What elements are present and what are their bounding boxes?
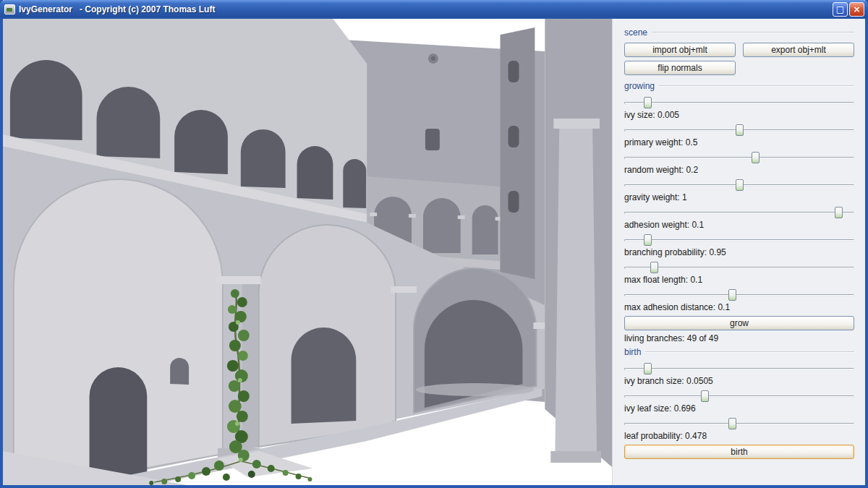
- param-gravity-weight: gravity weight: 1: [624, 179, 854, 203]
- export-obj-button[interactable]: export obj+mlt: [743, 43, 854, 57]
- control-panel: scene import obj+mlt export obj+mlt flip…: [612, 19, 865, 485]
- group-divider-line: [645, 351, 854, 353]
- right-wall: [545, 19, 612, 467]
- close-button[interactable]: ×: [849, 2, 864, 17]
- adhesion-weight-slider[interactable]: [624, 206, 854, 218]
- birth-group-label: birth: [624, 347, 641, 357]
- slider-handle[interactable]: [835, 207, 843, 218]
- slider-track: [624, 157, 854, 159]
- app-icon: [4, 4, 15, 14]
- max-float-length-slider[interactable]: [624, 261, 854, 273]
- tower-wall: [501, 27, 535, 279]
- gravity-weight-label: gravity weight: 1: [624, 192, 854, 203]
- param-ivy-size: ivy size: 0.005: [624, 96, 854, 121]
- spacer: [743, 61, 854, 75]
- living-branches-status: living branches: 49 of 49: [624, 333, 854, 344]
- slider-handle[interactable]: [728, 418, 736, 429]
- slider-track: [624, 267, 854, 269]
- param-primary-weight: primary weight: 0.5: [624, 124, 854, 148]
- group-divider-line: [659, 85, 854, 87]
- ivy-leaf-size-label: ivy leaf size: 0.696: [624, 403, 854, 414]
- param-max-float-length: max float length: 0.1: [624, 261, 854, 286]
- slider-track: [624, 395, 854, 398]
- ivy-branch-size-label: ivy branch size: 0.0505: [624, 376, 854, 387]
- viewport-3d[interactable]: [3, 19, 612, 485]
- scene-group-label: scene: [624, 27, 647, 38]
- param-adhesion-weight: adhesion weight: 0.1: [624, 206, 854, 231]
- param-ivy-leaf-size: ivy leaf size: 0.696: [624, 390, 854, 414]
- birth-group-header: birth: [624, 347, 854, 357]
- birth-group: birth ivy branch size: 0.0505 ivy l: [624, 347, 854, 459]
- scene-group-header: scene: [624, 27, 854, 38]
- grow-button[interactable]: grow: [624, 316, 854, 330]
- max-float-length-label: max float length: 0.1: [624, 275, 854, 286]
- slider-handle[interactable]: [736, 179, 744, 191]
- slider-track: [624, 368, 854, 370]
- growing-group: growing ivy size: 0.005 primary wei: [624, 81, 854, 344]
- slider-track: [624, 102, 854, 104]
- slider-track: [624, 212, 854, 214]
- slider-track: [624, 294, 854, 296]
- param-max-adhesion-distance: max adhesion distance: 0.1: [624, 288, 854, 313]
- max-adhesion-distance-slider[interactable]: [624, 288, 854, 301]
- param-ivy-branch-size: ivy branch size: 0.0505: [624, 362, 854, 387]
- gravity-weight-slider[interactable]: [624, 179, 854, 191]
- window-title: IvyGenerator - Copyright (c) 2007 Thomas…: [19, 4, 833, 14]
- growing-group-label: growing: [624, 81, 655, 91]
- slider-handle[interactable]: [644, 97, 652, 108]
- slider-handle[interactable]: [644, 363, 652, 374]
- slider-handle[interactable]: [701, 390, 709, 402]
- branching-probability-label: branching probability: 0.95: [624, 247, 854, 258]
- ivy-size-label: ivy size: 0.005: [624, 110, 854, 121]
- group-divider-line: [652, 32, 854, 33]
- max-adhesion-distance-label: max adhesion distance: 0.1: [624, 302, 854, 313]
- app-window: IvyGenerator - Copyright (c) 2007 Thomas…: [0, 0, 868, 488]
- random-weight-label: random weight: 0.2: [624, 165, 854, 176]
- scene-group: scene import obj+mlt export obj+mlt flip…: [624, 27, 854, 75]
- random-weight-slider[interactable]: [624, 151, 854, 163]
- leaf-probability-label: leaf probability: 0.478: [624, 431, 854, 442]
- ivy-size-slider[interactable]: [624, 96, 854, 108]
- param-random-weight: random weight: 0.2: [624, 151, 854, 176]
- maximize-button[interactable]: □: [833, 2, 848, 17]
- slider-track: [624, 423, 854, 425]
- primary-weight-label: primary weight: 0.5: [624, 137, 854, 148]
- leaf-probability-slider[interactable]: [624, 417, 854, 429]
- flip-normals-button[interactable]: flip normals: [624, 61, 736, 75]
- primary-weight-slider[interactable]: [624, 124, 854, 136]
- param-branching-probability: branching probability: 0.95: [624, 234, 854, 258]
- slider-handle[interactable]: [650, 262, 658, 273]
- courtyard-scene: [3, 19, 612, 485]
- slider-handle[interactable]: [644, 234, 652, 246]
- slider-handle[interactable]: [736, 124, 744, 136]
- ivy-leaf-size-slider[interactable]: [624, 390, 854, 402]
- birth-button[interactable]: birth: [624, 445, 854, 459]
- branching-probability-slider[interactable]: [624, 234, 854, 246]
- slider-handle[interactable]: [728, 289, 736, 301]
- ivy-branch-size-slider[interactable]: [624, 362, 854, 374]
- growing-group-header: growing: [624, 81, 854, 91]
- import-obj-button[interactable]: import obj+mlt: [624, 43, 736, 57]
- param-leaf-probability: leaf probability: 0.478: [624, 417, 854, 442]
- title-bar[interactable]: IvyGenerator - Copyright (c) 2007 Thomas…: [0, 0, 868, 19]
- slider-handle[interactable]: [752, 152, 760, 163]
- adhesion-weight-label: adhesion weight: 0.1: [624, 220, 854, 231]
- slider-track: [624, 239, 854, 241]
